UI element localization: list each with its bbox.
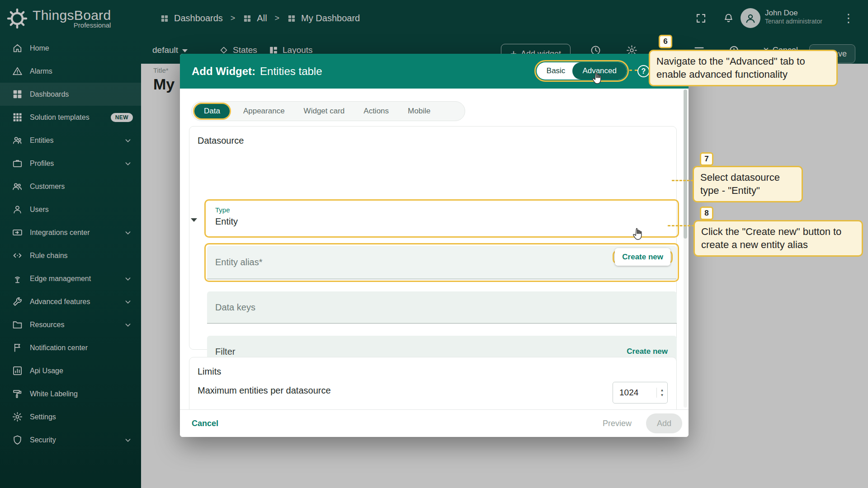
entity-alias-highlight: Entity alias* Create new <box>204 243 679 282</box>
max-entities-value: 1024 <box>613 388 656 398</box>
tab-appearance[interactable]: Appearance <box>234 107 294 116</box>
hand-cursor-icon <box>590 71 604 85</box>
data-keys-field[interactable]: Data keys <box>207 291 677 324</box>
filter-create-new-button[interactable]: Create new <box>627 347 668 356</box>
toggle-basic[interactable]: Basic <box>539 66 573 75</box>
limits-section: Limits Maximum entities per datasource 1… <box>189 357 677 409</box>
callout-7-connector <box>672 180 693 181</box>
dialog-tabs: Data Appearance Widget card Actions Mobi… <box>191 101 465 121</box>
entity-alias-label: Entity alias* <box>207 257 263 267</box>
callout-8-text: Click the "Create new" button to create … <box>693 220 863 257</box>
max-entities-input[interactable]: 1024 ▲ ▼ <box>613 382 668 404</box>
datasource-section-title: Datasource <box>198 136 244 146</box>
help-icon[interactable]: ? <box>637 65 650 77</box>
limits-section-title: Limits <box>198 366 221 377</box>
callout-6-connector <box>629 70 637 71</box>
hand-cursor-icon <box>631 227 645 241</box>
data-tab-highlight: Data <box>193 103 231 120</box>
mode-toggle-highlight: Basic Advanced <box>534 60 629 82</box>
create-new-button[interactable]: Create new <box>615 248 670 266</box>
type-select-highlight: Type Entity <box>204 199 679 238</box>
tab-data[interactable]: Data <box>194 104 230 118</box>
callout-6-text: Navigate to the "Advanced" tab to enable… <box>649 50 838 86</box>
basic-advanced-toggle: Basic Advanced <box>537 62 627 80</box>
max-entities-label: Maximum entities per datasource <box>198 385 331 396</box>
filter-label: Filter <box>207 347 235 357</box>
dialog-scrollbar-thumb[interactable] <box>684 89 687 239</box>
datasource-section: Datasource Type Entity Entity alias* Cre… <box>189 126 677 350</box>
dialog-title-prefix: Add Widget: <box>192 65 255 77</box>
callout-7-number: 7 <box>700 152 713 166</box>
callout-6-number: 6 <box>659 35 672 48</box>
tab-widget-card[interactable]: Widget card <box>294 107 354 116</box>
dialog-cancel-button[interactable]: Cancel <box>192 419 218 428</box>
dialog-footer: Cancel Preview Add <box>180 409 689 437</box>
callout-8-number: 8 <box>700 206 713 220</box>
stepper-down-icon[interactable]: ▼ <box>660 393 664 398</box>
tab-actions[interactable]: Actions <box>354 107 398 116</box>
entity-alias-field[interactable]: Entity alias* Create new <box>207 246 676 279</box>
dialog-body: Data Appearance Widget card Actions Mobi… <box>180 89 689 409</box>
data-keys-label: Data keys <box>207 302 255 313</box>
tab-mobile[interactable]: Mobile <box>398 107 440 116</box>
create-new-highlight: Create new <box>613 250 673 264</box>
dialog-title: Add Widget:Entities table <box>192 65 322 78</box>
caret-down-icon <box>191 218 197 222</box>
type-value: Entity <box>215 216 238 227</box>
number-stepper[interactable]: ▲ ▼ <box>656 388 667 398</box>
stepper-up-icon[interactable]: ▲ <box>660 388 664 393</box>
callout-8-connector <box>668 225 694 226</box>
dialog-header: Add Widget:Entities table Basic Advanced… <box>180 54 689 89</box>
dialog-add-button[interactable]: Add <box>646 413 682 433</box>
callout-7-text: Select datasource type - "Entity" <box>693 166 803 202</box>
add-widget-dialog: Add Widget:Entities table Basic Advanced… <box>180 54 689 437</box>
type-label: Type <box>215 206 230 214</box>
dialog-title-name: Entities table <box>260 65 322 77</box>
dialog-preview-button[interactable]: Preview <box>603 419 632 428</box>
